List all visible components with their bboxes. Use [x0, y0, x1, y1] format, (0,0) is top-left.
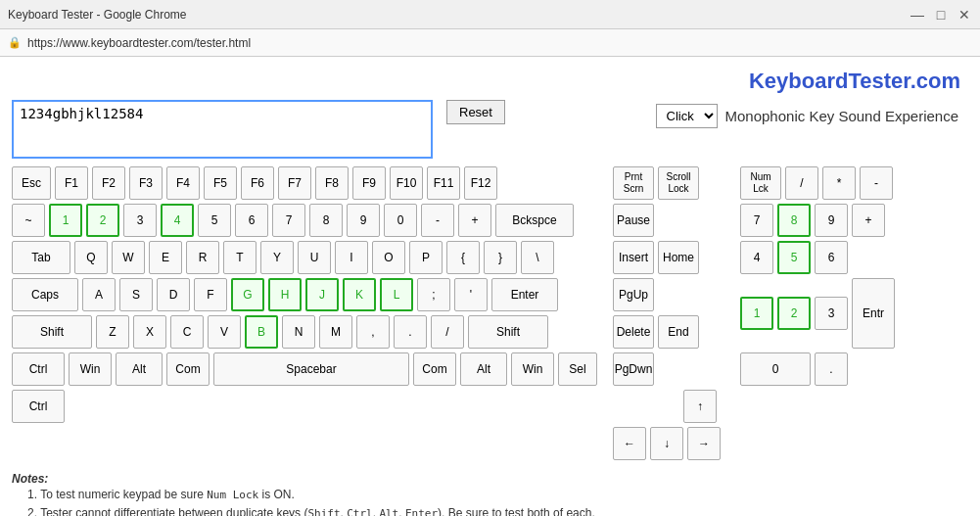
key-spacebar[interactable]: Spacebar	[213, 352, 409, 386]
key-numpad-minus[interactable]: -	[860, 166, 893, 200]
key-f5[interactable]: F5	[204, 166, 237, 200]
key-alt-right[interactable]: Alt	[460, 352, 507, 386]
key-b[interactable]: B	[245, 315, 278, 349]
key-com-left[interactable]: Com	[166, 352, 210, 386]
key-right[interactable]: →	[687, 427, 721, 460]
key-input[interactable]: 1234gbhjkl12584	[12, 100, 433, 159]
key-3[interactable]: 3	[123, 204, 157, 237]
key-slash[interactable]: /	[431, 315, 464, 349]
key-6[interactable]: 6	[235, 204, 268, 237]
key-8[interactable]: 8	[309, 204, 343, 237]
key-f2[interactable]: F2	[92, 166, 125, 200]
key-ctrl-left[interactable]: Ctrl	[12, 352, 65, 386]
key-p[interactable]: P	[409, 241, 443, 274]
key-u[interactable]: U	[298, 241, 331, 274]
maximize-button[interactable]: □	[933, 7, 949, 23]
key-numpad-6[interactable]: 6	[815, 241, 848, 274]
close-button[interactable]: ✕	[957, 7, 972, 23]
key-a[interactable]: A	[82, 278, 116, 311]
key-insert[interactable]: Insert	[613, 241, 654, 274]
key-w[interactable]: W	[112, 241, 145, 274]
key-left[interactable]: ←	[613, 427, 646, 460]
key-win-right[interactable]: Win	[511, 352, 554, 386]
key-backspace[interactable]: Bckspce	[495, 204, 574, 237]
key-enter[interactable]: Enter	[491, 278, 558, 311]
key-pause[interactable]: Pause	[613, 204, 654, 237]
key-lbrace[interactable]: {	[446, 241, 480, 274]
key-num-lock[interactable]: NumLck	[740, 166, 781, 200]
key-numpad-1[interactable]: 1	[740, 297, 773, 330]
key-k[interactable]: K	[343, 278, 376, 311]
key-f9[interactable]: F9	[352, 166, 386, 200]
key-o[interactable]: O	[372, 241, 405, 274]
key-numpad-mul[interactable]: *	[822, 166, 856, 200]
key-comma[interactable]: ,	[356, 315, 390, 349]
key-numpad-7[interactable]: 7	[740, 204, 773, 237]
key-q[interactable]: Q	[74, 241, 108, 274]
key-r[interactable]: R	[186, 241, 219, 274]
key-1[interactable]: 1	[49, 204, 82, 237]
key-quote[interactable]: '	[454, 278, 488, 311]
key-down[interactable]: ↓	[650, 427, 683, 460]
key-numpad-0[interactable]: 0	[740, 352, 811, 386]
key-d[interactable]: D	[157, 278, 190, 311]
key-e[interactable]: E	[149, 241, 182, 274]
key-shift-left[interactable]: Shift	[12, 315, 92, 349]
key-period[interactable]: .	[394, 315, 427, 349]
key-numpad-5[interactable]: 5	[777, 241, 811, 274]
key-s[interactable]: S	[119, 278, 153, 311]
key-numpad-div[interactable]: /	[785, 166, 818, 200]
key-f6[interactable]: F6	[241, 166, 274, 200]
key-l[interactable]: L	[380, 278, 413, 311]
key-delete[interactable]: Delete	[613, 315, 654, 349]
key-7[interactable]: 7	[272, 204, 305, 237]
key-numpad-4[interactable]: 4	[740, 241, 773, 274]
key-9[interactable]: 9	[347, 204, 380, 237]
key-numpad-8[interactable]: 8	[777, 204, 811, 237]
key-numpad-enter[interactable]: Entr	[852, 278, 895, 349]
key-f1[interactable]: F1	[55, 166, 88, 200]
key-z[interactable]: Z	[96, 315, 129, 349]
key-up[interactable]: ↑	[683, 390, 717, 423]
key-scroll-lock[interactable]: ScrollLock	[658, 166, 699, 200]
key-f11[interactable]: F11	[427, 166, 460, 200]
key-caps[interactable]: Caps	[12, 278, 78, 311]
key-ctrl-right[interactable]: Ctrl	[12, 390, 65, 423]
key-alt-left[interactable]: Alt	[116, 352, 163, 386]
key-end[interactable]: End	[658, 315, 699, 349]
key-0[interactable]: 0	[384, 204, 417, 237]
key-numpad-plus[interactable]: +	[852, 204, 885, 237]
key-c[interactable]: C	[170, 315, 204, 349]
minimize-button[interactable]: —	[910, 7, 925, 23]
key-com-right[interactable]: Com	[413, 352, 456, 386]
browser-controls[interactable]: — □ ✕	[910, 7, 972, 23]
key-esc[interactable]: Esc	[12, 166, 51, 200]
reset-button[interactable]: Reset	[446, 100, 505, 124]
key-tilde[interactable]: ~	[12, 204, 45, 237]
key-j[interactable]: J	[305, 278, 339, 311]
key-pgup[interactable]: PgUp	[613, 278, 654, 311]
key-print-screen[interactable]: PrntScrn	[613, 166, 654, 200]
key-shift-right[interactable]: Shift	[468, 315, 548, 349]
key-n[interactable]: N	[282, 315, 315, 349]
key-home[interactable]: Home	[658, 241, 699, 274]
key-numpad-9[interactable]: 9	[815, 204, 848, 237]
key-v[interactable]: V	[208, 315, 241, 349]
key-g[interactable]: G	[231, 278, 264, 311]
key-backslash[interactable]: \	[521, 241, 554, 274]
key-f[interactable]: F	[194, 278, 227, 311]
key-i[interactable]: I	[335, 241, 368, 274]
key-x[interactable]: X	[133, 315, 166, 349]
key-sel[interactable]: Sel	[558, 352, 597, 386]
key-numpad-2[interactable]: 2	[777, 297, 811, 330]
key-rbrace[interactable]: }	[484, 241, 517, 274]
key-semicolon[interactable]: ;	[417, 278, 450, 311]
key-m[interactable]: M	[319, 315, 352, 349]
key-f8[interactable]: F8	[315, 166, 349, 200]
key-f7[interactable]: F7	[278, 166, 311, 200]
key-f12[interactable]: F12	[464, 166, 497, 200]
key-minus[interactable]: -	[421, 204, 454, 237]
key-pgdn[interactable]: PgDwn	[613, 352, 654, 386]
key-numpad-3[interactable]: 3	[815, 297, 848, 330]
key-f10[interactable]: F10	[390, 166, 423, 200]
